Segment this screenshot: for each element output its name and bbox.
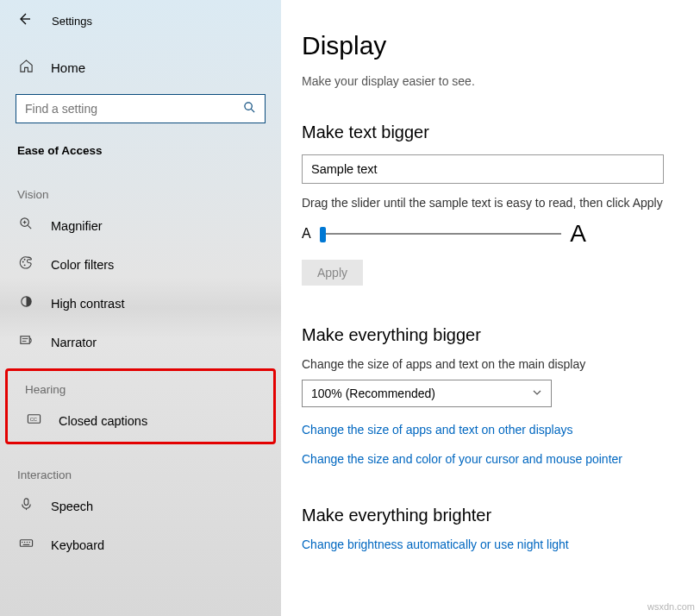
scale-dropdown[interactable]: 100% (Recommended)	[302, 380, 552, 407]
search-box[interactable]	[16, 94, 266, 123]
nav-label: Magnifier	[51, 219, 103, 233]
watermark: wsxdn.com	[647, 601, 695, 612]
keyboard-icon	[19, 536, 34, 554]
home-label: Home	[51, 60, 85, 75]
apply-button[interactable]: Apply	[302, 260, 363, 286]
page-subtitle: Make your display easier to see.	[302, 74, 679, 88]
slider-thumb[interactable]	[320, 227, 326, 242]
nav-color-filters[interactable]: Color filters	[0, 245, 281, 284]
sample-text-box: Sample text	[302, 154, 664, 184]
nav-home[interactable]: Home	[0, 50, 281, 85]
back-icon[interactable]	[17, 12, 31, 29]
a-large-label: A	[570, 220, 586, 248]
nav-closed-captions[interactable]: CC Closed captions	[8, 401, 273, 440]
text-size-slider-row: A A	[302, 220, 586, 248]
nav-label: Speech	[51, 500, 93, 513]
nav-label: Keyboard	[51, 538, 104, 552]
link-other-displays[interactable]: Change the size of apps and text on othe…	[302, 423, 679, 437]
nav-keyboard[interactable]: Keyboard	[0, 525, 281, 564]
group-hearing: Hearing	[8, 374, 273, 401]
search-input[interactable]	[25, 102, 243, 116]
svg-rect-15	[24, 499, 28, 506]
nav-label: Narrator	[51, 336, 97, 349]
mic-icon	[19, 497, 34, 515]
sidebar: Settings Home Ease of Access Vision Magn…	[0, 0, 281, 616]
a-small-label: A	[302, 226, 311, 242]
svg-point-0	[245, 102, 252, 109]
svg-text:CC: CC	[30, 417, 37, 422]
nav-label: Closed captions	[59, 414, 147, 428]
section-brighter: Make everything brighter	[302, 506, 679, 525]
magnifier-icon	[19, 217, 34, 235]
svg-point-7	[24, 259, 26, 261]
main-content: Display Make your display easier to see.…	[281, 0, 700, 616]
home-icon	[19, 59, 34, 77]
contrast-icon	[19, 294, 34, 312]
category-title: Ease of Access	[0, 123, 281, 164]
svg-line-1	[251, 109, 254, 112]
topbar: Settings	[0, 0, 281, 35]
narrator-icon	[19, 333, 34, 351]
chevron-down-icon	[532, 387, 542, 400]
svg-line-3	[28, 225, 31, 229]
group-interaction: Interaction	[0, 444, 281, 487]
svg-rect-10	[21, 336, 29, 344]
dropdown-value: 100% (Recommended)	[311, 387, 435, 400]
group-vision: Vision	[0, 164, 281, 206]
settings-title: Settings	[52, 15, 92, 28]
search-icon[interactable]	[243, 101, 256, 117]
highlight-hearing: Hearing CC Closed captions	[5, 368, 276, 444]
nav-narrator[interactable]: Narrator	[0, 323, 281, 361]
section-text-bigger: Make text bigger	[302, 123, 679, 142]
nav-high-contrast[interactable]: High contrast	[0, 284, 281, 323]
link-brightness[interactable]: Change brightness automatically or use n…	[302, 537, 679, 551]
nav-magnifier[interactable]: Magnifier	[0, 206, 281, 245]
palette-icon	[19, 255, 34, 273]
svg-point-6	[22, 261, 24, 263]
nav-label: High contrast	[51, 297, 124, 311]
slider-desc: Drag the slider until the sample text is…	[302, 196, 679, 210]
link-cursor-pointer[interactable]: Change the size and color of your cursor…	[302, 452, 679, 466]
cc-icon: CC	[27, 412, 41, 430]
page-title: Display	[302, 31, 679, 60]
nav-label: Color filters	[51, 258, 114, 272]
text-size-slider[interactable]	[320, 233, 562, 235]
nav-speech[interactable]: Speech	[0, 487, 281, 525]
svg-rect-17	[20, 540, 32, 547]
svg-point-8	[24, 264, 26, 266]
section-everything-bigger: Make everything bigger	[302, 325, 679, 345]
scale-desc: Change the size of apps and text on the …	[302, 357, 679, 371]
